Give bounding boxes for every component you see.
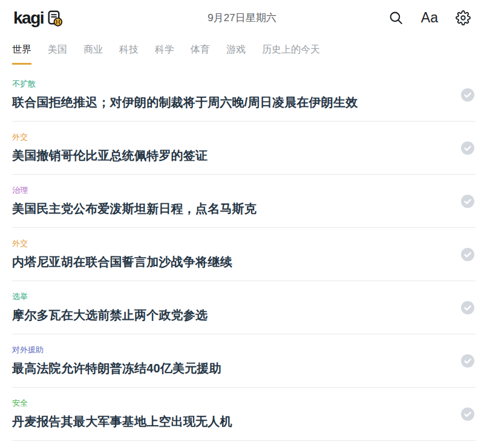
check-circle-icon [461,248,474,261]
category-label: 外交 [12,238,439,249]
news-item[interactable]: 选举 摩尔多瓦在大选前禁止两个政党参选 [12,281,476,334]
news-item[interactable]: 外交 内塔尼亚胡在联合国誓言加沙战争将继续 [12,228,476,281]
headline[interactable]: 内塔尼亚胡在联合国誓言加沙战争将继续 [12,255,439,269]
category-label: 选举 [12,291,439,302]
gear-icon [456,10,471,25]
check-circle-icon [461,301,474,314]
headline[interactable]: 美国民主党公布爱泼斯坦新日程，点名马斯克 [12,201,439,216]
search-icon [388,10,404,25]
news-item[interactable]: 外交 美国撤销哥伦比亚总统佩特罗的签证 [12,122,476,175]
news-item[interactable]: 对外援助 最高法院允许特朗普冻结40亿美元援助 [12,334,476,388]
category-label: 不扩散 [12,79,439,89]
check-circle-icon [461,407,474,421]
tab-sports[interactable]: 体育 [191,44,210,65]
news-item[interactable]: 安全 丹麦报告其最大军事基地上空出现无人机 [12,388,476,441]
tab-world[interactable]: 世界 [12,44,31,65]
mark-read-button[interactable] [461,141,474,155]
check-circle-icon [461,195,474,208]
headline[interactable]: 摩尔多瓦在大选前禁止两个政党参选 [12,308,439,322]
headline[interactable]: 最高法院允许特朗普冻结40亿美元援助 [12,361,439,375]
check-circle-icon [461,354,474,368]
category-label: 外交 [12,132,439,143]
tab-games[interactable]: 游戏 [226,44,246,65]
mark-read-button[interactable] [461,301,474,314]
check-circle-icon [461,141,474,155]
category-label: 治理 [12,185,439,196]
tab-on-this-day[interactable]: 历史上的今天 [262,44,320,65]
category-label: 对外援助 [12,345,439,355]
tab-science[interactable]: 科学 [155,44,174,65]
kagi-logo-text: kagi [13,8,44,27]
check-circle-icon [461,88,474,102]
headline[interactable]: 丹麦报告其最大军事基地上空出现无人机 [12,414,439,429]
mark-read-button[interactable] [461,248,474,261]
news-item[interactable]: 治理 美国民主党公布爱泼斯坦新日程，点名马斯克 [12,175,476,228]
text-size-button[interactable]: Aa [421,11,438,25]
news-document-with-ball-icon [45,8,64,27]
header: kagi 9月27日星期六 Aa [0,0,484,35]
settings-button[interactable] [456,10,471,25]
mark-read-button[interactable] [461,354,474,368]
mark-read-button[interactable] [461,88,474,102]
headline[interactable]: 美国撤销哥伦比亚总统佩特罗的签证 [12,148,439,163]
news-item[interactable]: 不扩散 联合国拒绝推迟；对伊朗的制裁将于周六晚/周日凌晨在伊朗生效 [12,68,476,122]
story-list: 不扩散 联合国拒绝推迟；对伊朗的制裁将于周六晚/周日凌晨在伊朗生效 外交 美国撤… [12,68,476,441]
search-button[interactable] [388,10,404,25]
kagi-logo[interactable]: kagi [13,8,64,27]
headline[interactable]: 联合国拒绝推迟；对伊朗的制裁将于周六晚/周日凌晨在伊朗生效 [12,95,439,109]
category-tabs: 世界 美国 商业 科技 科学 体育 游戏 历史上的今天 [0,35,484,65]
category-label: 安全 [12,398,439,409]
tab-tech[interactable]: 科技 [119,44,139,65]
mark-read-button[interactable] [461,407,474,421]
tab-business[interactable]: 商业 [83,44,103,65]
mark-read-button[interactable] [461,195,474,208]
tab-usa[interactable]: 美国 [48,44,67,65]
header-actions: Aa [388,10,471,25]
